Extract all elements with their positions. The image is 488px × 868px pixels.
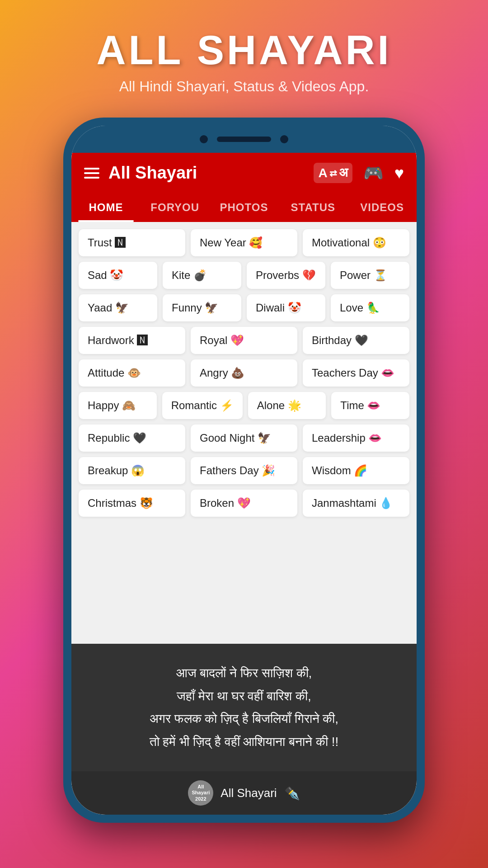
poetry-line-2: जहाँ मेरा था घर वहीं बारिश की, [85,685,403,708]
camera-dot [200,135,208,143]
category-good-night[interactable]: Good Night 🦅 [191,425,297,452]
tab-photos[interactable]: PHOTOS [210,193,279,222]
category-happy[interactable]: Happy 🙈 [79,392,157,419]
app-name-label: All Shayari [108,163,197,183]
category-alone[interactable]: Alone 🌟 [248,392,326,419]
category-royal[interactable]: Royal 💖 [191,327,297,354]
footer-logo: AllShayari2022 [188,780,213,806]
category-love[interactable]: Love 🦜 [331,294,409,321]
category-angry[interactable]: Angry 💩 [191,359,297,387]
top-bar: All Shayari A ⇄ अ 🎮 ♥ [71,153,417,193]
app-title: ALL SHAYARI [97,27,392,74]
tab-home[interactable]: HOME [71,193,141,222]
category-broken[interactable]: Broken 💖 [191,490,297,517]
app-content: All Shayari A ⇄ अ 🎮 ♥ HOME FORYOU PHOTOS [71,153,417,815]
grid-row-3: Yaad 🦅 Funny 🦅 Diwali 🤡 Love 🦜 [79,294,409,321]
category-trust[interactable]: Trust 🅽 [79,229,185,256]
grid-row-1: Trust 🅽 New Year 🥰 Motivational 😳 [79,229,409,256]
category-janmashtami[interactable]: Janmashtami 💧 [303,490,409,517]
poetry-line-3: अगर फलक को ज़िद् है बिजलियाँ गिराने की, [85,708,403,730]
categories-grid: Trust 🅽 New Year 🥰 Motivational 😳 Sad 🤡 … [71,222,417,644]
game-icon[interactable]: 🎮 [363,164,384,183]
translate-hindi: अ [339,165,348,180]
category-leadership[interactable]: Leadership 👄 [303,425,409,452]
category-fathers-day[interactable]: Fathers Day 🎉 [191,457,297,484]
category-breakup[interactable]: Breakup 😱 [79,457,185,484]
phone-top [71,126,417,153]
phone-inner: All Shayari A ⇄ अ 🎮 ♥ HOME FORYOU PHOTOS [71,126,417,815]
category-funny[interactable]: Funny 🦅 [163,294,241,321]
tab-foryou[interactable]: FORYOU [141,193,210,222]
grid-row-5: Attitude 🐵 Angry 💩 Teachers Day 👄 [79,359,409,387]
heart-icon[interactable]: ♥ [394,164,404,183]
top-bar-right: A ⇄ अ 🎮 ♥ [314,163,404,183]
translate-a: A [318,166,327,180]
translate-arrow: ⇄ [329,168,337,179]
category-time[interactable]: Time 👄 [331,392,409,419]
camera-dot-2 [280,135,288,143]
footer-name: All Shayari [221,786,277,800]
poetry-line-4: तो हमें भी ज़िद् है वहीं आशियाना बनाने क… [85,731,403,753]
app-footer: AllShayari2022 All Shayari ✒️ [71,771,417,815]
poetry-line-1: आज बादलों ने फिर साज़िश की, [85,662,403,684]
top-bar-left: All Shayari [84,163,197,183]
category-romantic[interactable]: Romantic ⚡ [162,392,243,419]
tab-status[interactable]: STATUS [278,193,347,222]
app-subtitle: All Hindi Shayari, Status & Videos App. [97,78,392,95]
grid-row-9: Christmas 🐯 Broken 💖 Janmashtami 💧 [79,490,409,517]
category-power[interactable]: Power ⏳ [331,262,409,289]
category-birthday[interactable]: Birthday 🖤 [303,327,409,354]
category-attitude[interactable]: Attitude 🐵 [79,359,185,387]
category-republic[interactable]: Republic 🖤 [79,425,185,452]
category-hardwork[interactable]: Hardwork 🅽 [79,327,185,354]
category-christmas[interactable]: Christmas 🐯 [79,490,185,517]
poetry-text: आज बादलों ने फिर साज़िश की, जहाँ मेरा था… [85,662,403,753]
app-header: ALL SHAYARI All Hindi Shayari, Status & … [97,0,392,104]
tab-videos[interactable]: VIDEOS [347,193,417,222]
category-teachers-day[interactable]: Teachers Day 👄 [303,359,409,387]
footer-pen-icon: ✒️ [284,786,300,801]
tabs-bar: HOME FORYOU PHOTOS STATUS VIDEOS [71,193,417,222]
category-newyear[interactable]: New Year 🥰 [191,229,297,256]
translate-button[interactable]: A ⇄ अ [314,163,352,183]
category-motivational[interactable]: Motivational 😳 [303,229,409,256]
speaker-bar [217,137,271,142]
grid-row-2: Sad 🤡 Kite 💣 Proverbs 💔 Power ⏳ [79,262,409,289]
grid-row-8: Breakup 😱 Fathers Day 🎉 Wisdom 🌈 [79,457,409,484]
category-wisdom[interactable]: Wisdom 🌈 [303,457,409,484]
phone-frame: All Shayari A ⇄ अ 🎮 ♥ HOME FORYOU PHOTOS [63,118,425,823]
category-proverbs[interactable]: Proverbs 💔 [247,262,325,289]
grid-row-4: Hardwork 🅽 Royal 💖 Birthday 🖤 [79,327,409,354]
category-yaad[interactable]: Yaad 🦅 [79,294,157,321]
category-kite[interactable]: Kite 💣 [163,262,241,289]
category-sad[interactable]: Sad 🤡 [79,262,157,289]
category-diwali[interactable]: Diwali 🤡 [247,294,325,321]
menu-button[interactable] [84,168,99,179]
poetry-section: आज बादलों ने फिर साज़िश की, जहाँ मेरा था… [71,644,417,771]
grid-row-6: Happy 🙈 Romantic ⚡ Alone 🌟 Time 👄 [79,392,409,419]
grid-row-7: Republic 🖤 Good Night 🦅 Leadership 👄 [79,425,409,452]
